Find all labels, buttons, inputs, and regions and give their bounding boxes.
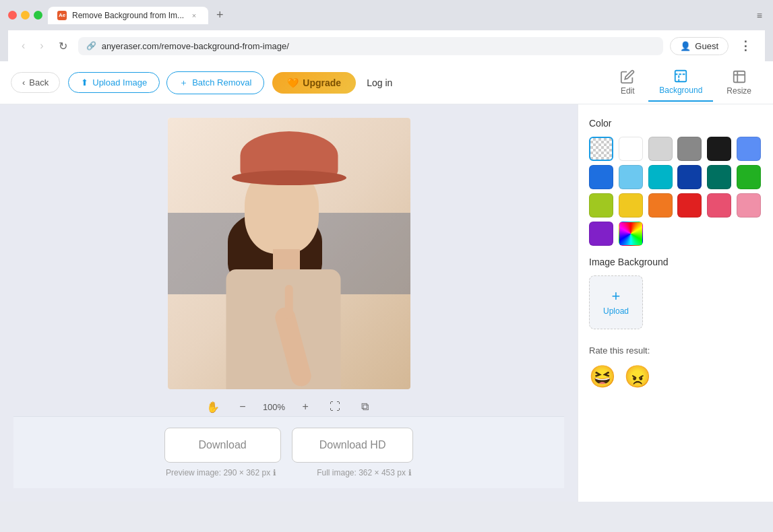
- batch-removal-button[interactable]: ＋ Batch Removal: [166, 71, 264, 94]
- color-swatch-skyblue[interactable]: [619, 165, 643, 189]
- login-button[interactable]: Log in: [367, 77, 392, 88]
- back-nav-btn[interactable]: ‹: [18, 37, 29, 55]
- resize-icon: [732, 69, 747, 84]
- hat-brim: [232, 170, 346, 185]
- back-button[interactable]: ‹ Back: [11, 72, 60, 93]
- tab-chevron-btn[interactable]: ≡: [754, 7, 765, 24]
- download-label: Download: [199, 439, 247, 451]
- color-swatch-lightblue[interactable]: [737, 137, 761, 161]
- color-swatch-white[interactable]: [619, 137, 643, 161]
- tab-favicon: Ae: [57, 11, 67, 20]
- upload-label: Upload Image: [92, 77, 147, 88]
- full-info: Full image: 362 × 453 px ℹ: [317, 468, 412, 477]
- edit-tab[interactable]: Edit: [609, 64, 646, 101]
- app-toolbar: ‹ Back ⬆ Upload Image ＋ Batch Removal 🧡 …: [0, 61, 773, 104]
- main-layout: ✋ − 100% + ⛶ ⧉ Download Downl: [0, 104, 773, 502]
- color-swatch-gray[interactable]: [677, 137, 702, 161]
- browser-chrome: Ae Remove Background from Im... × + ≡ ‹ …: [0, 0, 773, 104]
- emoji-buttons: 😆 😠: [589, 364, 762, 389]
- color-swatch-lightpink[interactable]: [737, 193, 761, 218]
- color-swatch-lightgray[interactable]: [648, 137, 673, 161]
- download-hd-button[interactable]: Download HD: [292, 428, 414, 463]
- canvas-area: ✋ − 100% + ⛶ ⧉ Download Downl: [0, 104, 578, 502]
- guest-icon: 👤: [680, 41, 691, 51]
- upload-image-button[interactable]: ⬆ Upload Image: [68, 72, 160, 93]
- upload-bg-label: Upload: [603, 306, 629, 316]
- image-container: [168, 118, 410, 389]
- background-icon: [673, 69, 688, 84]
- tab-title: Remove Background from Im...: [72, 11, 184, 20]
- batch-label: Batch Removal: [192, 77, 251, 88]
- maximize-window-btn[interactable]: [34, 11, 42, 20]
- color-section-title: Color: [589, 118, 762, 129]
- upgrade-label: Upgrade: [303, 77, 341, 88]
- upload-bg-plus-icon: +: [612, 289, 621, 304]
- color-swatch-green[interactable]: [737, 165, 761, 189]
- upgrade-button[interactable]: 🧡 Upgrade: [272, 72, 356, 94]
- refresh-btn[interactable]: ↻: [55, 37, 71, 55]
- full-info-icon: ℹ: [408, 468, 412, 477]
- back-label: Back: [29, 77, 49, 88]
- forward-nav-btn[interactable]: ›: [36, 37, 47, 55]
- color-grid: [589, 137, 762, 246]
- plus-icon: ＋: [179, 77, 188, 89]
- login-label: Log in: [367, 77, 392, 88]
- upload-background-button[interactable]: + Upload: [589, 275, 643, 329]
- zoom-in-btn[interactable]: +: [296, 397, 315, 416]
- happy-emoji-btn[interactable]: 😆: [589, 364, 616, 389]
- minimize-window-btn[interactable]: [21, 11, 30, 20]
- finger: [284, 285, 292, 319]
- heart-icon: 🧡: [287, 77, 299, 88]
- download-hd-label: Download HD: [319, 439, 386, 451]
- download-button[interactable]: Download: [164, 428, 281, 463]
- url-bar[interactable]: 🔗 anyeraser.com/remove-background-from-i…: [78, 37, 664, 55]
- browser-more-btn[interactable]: ⋮: [735, 36, 755, 56]
- new-tab-btn[interactable]: +: [211, 5, 229, 25]
- color-swatch-teal[interactable]: [648, 165, 673, 189]
- zoom-in-icon: +: [302, 401, 308, 413]
- toolbar-right-icons: Edit Background Resize: [609, 63, 762, 102]
- resize-tab[interactable]: Resize: [716, 64, 762, 101]
- color-swatch-pink[interactable]: [707, 193, 731, 218]
- resize-label: Resize: [726, 86, 751, 96]
- back-chevron-icon: ‹: [22, 77, 25, 88]
- color-swatch-darkblue[interactable]: [677, 165, 702, 189]
- guest-label: Guest: [695, 41, 718, 51]
- upload-icon: ⬆: [81, 77, 88, 88]
- color-swatch-red[interactable]: [677, 193, 702, 218]
- fullscreen-btn[interactable]: ⛶: [326, 397, 344, 416]
- color-swatch-rainbow[interactable]: [619, 222, 643, 246]
- background-tab[interactable]: Background: [648, 63, 713, 102]
- color-swatch-yellow[interactable]: [619, 193, 643, 218]
- split-view-btn[interactable]: ⧉: [355, 397, 374, 416]
- pan-tool-btn[interactable]: ✋: [204, 397, 222, 416]
- color-swatch-black[interactable]: [707, 137, 731, 161]
- tab-close-btn[interactable]: ×: [189, 11, 199, 20]
- color-swatch-blue[interactable]: [589, 165, 613, 189]
- happy-emoji: 😆: [589, 364, 616, 389]
- zoom-level: 100%: [263, 402, 285, 412]
- close-window-btn[interactable]: [8, 11, 17, 20]
- download-info: Preview image: 290 × 362 px ℹ Full image…: [166, 468, 412, 477]
- color-swatch-orange[interactable]: [648, 193, 673, 218]
- address-bar: ‹ › ↻ 🔗 anyeraser.com/remove-background-…: [8, 30, 765, 61]
- pan-icon: ✋: [206, 401, 220, 413]
- url-text: anyeraser.com/remove-background-from-ima…: [102, 41, 289, 51]
- zoom-out-btn[interactable]: −: [233, 397, 252, 416]
- guest-account-btn[interactable]: 👤 Guest: [670, 37, 729, 55]
- url-security-icon: 🔗: [86, 41, 96, 51]
- image-background-section: Image Background + Upload: [589, 257, 762, 329]
- angry-emoji: 😠: [624, 364, 651, 389]
- color-swatch-lime[interactable]: [589, 193, 613, 218]
- download-buttons: Download Download HD: [164, 428, 414, 463]
- canvas-toolbar: ✋ − 100% + ⛶ ⧉: [204, 397, 374, 416]
- background-label: Background: [659, 86, 702, 95]
- split-icon: ⧉: [361, 401, 369, 413]
- color-swatch-darkteal[interactable]: [707, 165, 731, 189]
- fullscreen-icon: ⛶: [330, 401, 340, 413]
- angry-emoji-btn[interactable]: 😠: [624, 364, 651, 389]
- color-swatch-purple[interactable]: [589, 222, 613, 246]
- active-tab[interactable]: Ae Remove Background from Im... ×: [48, 7, 208, 24]
- color-swatch-transparent[interactable]: [589, 137, 613, 161]
- tab-bar: Ae Remove Background from Im... × +: [48, 5, 229, 25]
